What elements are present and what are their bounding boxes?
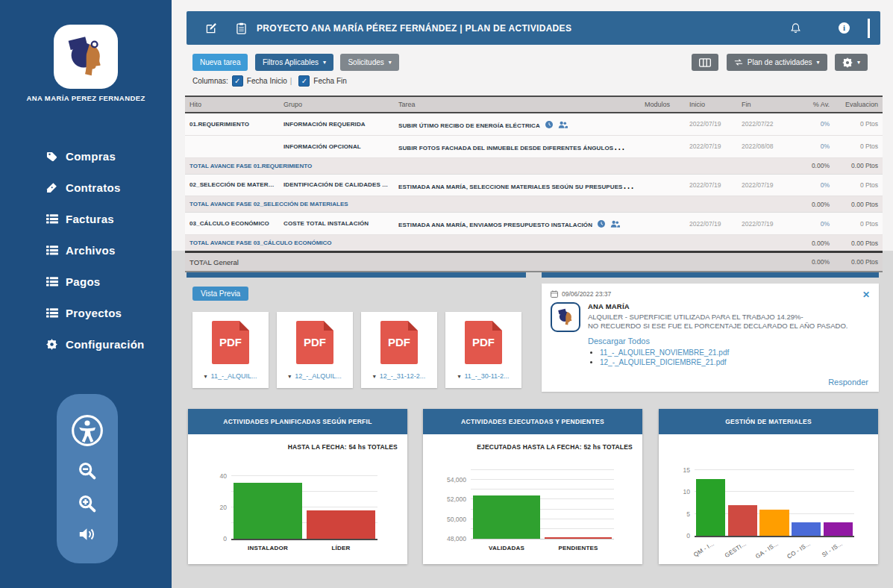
chevron-down-icon[interactable]: ▾	[204, 373, 207, 380]
table-row: 01.REQUERIMIENTOINFORMACIÓN REQUERIDASUB…	[185, 113, 883, 135]
pdf-file-card[interactable]: PDF▾12_-_ALQUIL...	[277, 312, 353, 388]
modulos-cell	[640, 213, 685, 235]
chart-plot-area: 051015QM - I...GESTI...GA - IS...CO - IS…	[659, 434, 878, 564]
file-name-link[interactable]: 12_-_ALQUIL...	[295, 372, 342, 380]
evaluacion-cell: 0 Ptos	[834, 113, 883, 135]
checkbox-fecha-inicio[interactable]: ✓	[232, 75, 243, 87]
chart-ejecutadas: ACTIVIDADES EJECUTADAS Y PENDIENTES EJEC…	[423, 409, 642, 564]
tarea-cell: SUBIR FOTOS FACHADA DEL INMUEBLE DESDE D…	[394, 135, 640, 157]
sidebar-item-configuracion[interactable]: Configuración	[0, 328, 172, 360]
bar-LÍDER	[307, 510, 375, 539]
zoom-out-icon[interactable]	[78, 461, 97, 481]
sidebar-item-facturas[interactable]: Facturas	[0, 203, 172, 234]
sidebar-item-pagos[interactable]: Pagos	[0, 266, 172, 297]
pdf-icon: PDF	[296, 321, 333, 364]
sidebar: ANA MARÍA PEREZ FERNANDEZ ComprasContrat…	[0, 0, 172, 588]
tag-icon	[46, 151, 66, 162]
file-name-link[interactable]: 11_-_ALQUIL...	[211, 372, 257, 380]
file-name-link[interactable]: 12_-_31-12-2...	[380, 372, 426, 380]
chevron-down-icon[interactable]: ▾	[373, 373, 376, 380]
grupo-cell: INFORMACIÓN REQUERIDA	[279, 113, 394, 135]
x-axis-label: GA - IS...	[742, 540, 780, 568]
hito-cell: 03_CÁLCULO ECONÓMICO	[185, 213, 279, 235]
fecha-fin-label: Fecha Fin	[313, 77, 346, 85]
columns-view-button[interactable]	[692, 54, 718, 71]
pdf-file-card[interactable]: PDF▾12_-_31-12-2...	[361, 312, 437, 388]
evaluacion-cell: 0.00 Ptos	[834, 252, 883, 272]
message-date: 09/06/2022 23:37	[562, 290, 611, 298]
inicio-cell: 2022/07/19	[685, 113, 737, 135]
sidebar-item-compras[interactable]: Compras	[0, 140, 172, 172]
chart-subtitle: EJECUTADAS HASTA LA FECHA: 52 hs TOTALES	[477, 443, 633, 451]
sidebar-item-archivos[interactable]: Archivos	[0, 234, 172, 266]
pdf-icon: PDF	[212, 321, 249, 364]
zoom-in-icon[interactable]	[78, 494, 97, 513]
file-card-list: PDF▾11_-_ALQUIL...PDF▾12_-_ALQUIL...PDF▾…	[192, 312, 530, 388]
requests-label: Solicitudes	[348, 58, 383, 66]
clock-icon[interactable]	[545, 118, 553, 131]
plan-table-body: 01.REQUERIMIENTOINFORMACIÓN REQUERIDASUB…	[185, 113, 883, 272]
settings-dropdown[interactable]: ▾	[835, 54, 868, 71]
clock-icon[interactable]	[636, 178, 640, 192]
users-icon[interactable]	[631, 140, 640, 154]
fin-cell: 2022/07/22	[737, 113, 793, 135]
bar-CO - IS...	[792, 522, 821, 536]
x-axis-label: INSTALADOR	[231, 545, 304, 551]
speaker-icon[interactable]	[78, 527, 96, 542]
attachment-link[interactable]: 12_-_ALQUILER_DICIEMBRE_21.pdf	[600, 358, 727, 366]
x-axis-label: LÍDER	[304, 545, 377, 551]
col-modulos: Modulos	[640, 96, 685, 113]
reply-link[interactable]: Responder	[828, 378, 868, 387]
edit-icon[interactable]	[206, 22, 217, 34]
task-label: SUBIR FOTOS FACHADA DEL INMUEBLE DESDE D…	[398, 140, 625, 152]
fecha-inicio-label: Fecha Inicio	[247, 77, 287, 85]
users-icon[interactable]	[558, 118, 568, 131]
pdf-icon: PDF	[465, 321, 502, 364]
accessibility-icon[interactable]	[70, 413, 104, 448]
pdf-file-card[interactable]: PDF▾11_-_30-11-2...	[445, 312, 521, 388]
requests-dropdown[interactable]: Solicitudes▾	[340, 54, 398, 71]
download-all-link[interactable]: Descargar Todos	[588, 337, 870, 345]
grupo-cell: INFORMACIÓN OPCIONAL	[279, 135, 394, 157]
new-task-button[interactable]: Nueva tarea	[192, 54, 248, 71]
message-card: 09/06/2022 23:37 ✕ ANA MARÍA ALQUILER - …	[542, 284, 879, 392]
avance-cell: 0%	[793, 174, 834, 196]
chart-plot-area: EJECUTADAS HASTA LA FECHA: 52 hs TOTALES…	[423, 434, 642, 564]
inicio-cell: 2022/07/19	[685, 174, 737, 196]
chart-plot-area: HASTA LA FECHA: 54 hs TOTALES 02040INSTA…	[188, 434, 407, 564]
pdf-file-card[interactable]: PDF▾11_-_ALQUIL...	[192, 312, 269, 388]
bell-icon[interactable]	[790, 22, 801, 34]
clock-icon[interactable]	[598, 217, 605, 231]
plan-dropdown[interactable]: Plan de actividades▾	[727, 54, 827, 71]
phase-total-cell: TOTAL AVANCE FASE 03_CÁLCULO ECONÓMICO	[185, 235, 793, 252]
chart-title: ACTIVIDADES PLANIFICADAS SEGÚN PERFIL	[188, 409, 407, 434]
chevron-down-icon: ▾	[857, 59, 860, 66]
attachment-link[interactable]: 11_-_ALQUILER_NOVIEMBRE_21.pdf	[600, 348, 729, 357]
avance-cell: 0%	[793, 213, 834, 235]
users-icon[interactable]	[610, 217, 620, 231]
gridline	[231, 475, 377, 476]
grupo-cell: COSTE TOTAL INSTALACIÓN	[279, 213, 394, 235]
chevron-down-icon[interactable]: ▾	[457, 373, 460, 380]
chevron-down-icon[interactable]: ▾	[288, 373, 291, 380]
chart-planificadas: ACTIVIDADES PLANIFICADAS SEGÚN PERFIL HA…	[188, 409, 407, 564]
plan-table: Hito Grupo Tarea Modulos Inicio Fin % Av…	[185, 96, 883, 272]
columns-icon	[699, 58, 711, 67]
col-fin: Fin	[737, 96, 793, 113]
info-icon[interactable]: i	[839, 22, 850, 34]
message-author: ANA MARÍA	[588, 302, 870, 310]
col-av: % Av.	[793, 96, 834, 113]
file-name-link[interactable]: 11_-_30-11-2...	[464, 372, 509, 380]
sidebar-item-proyectos[interactable]: Proyectos	[0, 297, 172, 328]
preview-button[interactable]: Vista Previa	[192, 287, 248, 301]
filters-dropdown[interactable]: Filtros Aplicables▾	[255, 54, 333, 71]
y-tick-label: 52,000	[433, 495, 466, 503]
message-line: NO RECUERDO SI ESE FUE EL PORCENTAJE DEC…	[588, 322, 870, 330]
checkbox-fecha-fin[interactable]: ✓	[298, 75, 310, 87]
bar-GESTI...	[728, 505, 757, 536]
col-tarea: Tarea	[394, 96, 640, 113]
table-row: 02_SELECCIÓN DE MATERIALESIDENTIFICACIÓN…	[185, 174, 883, 196]
y-tick-label: 48,000	[433, 535, 466, 542]
sidebar-item-contratos[interactable]: Contratos	[0, 172, 172, 203]
close-icon[interactable]: ✕	[862, 290, 870, 300]
